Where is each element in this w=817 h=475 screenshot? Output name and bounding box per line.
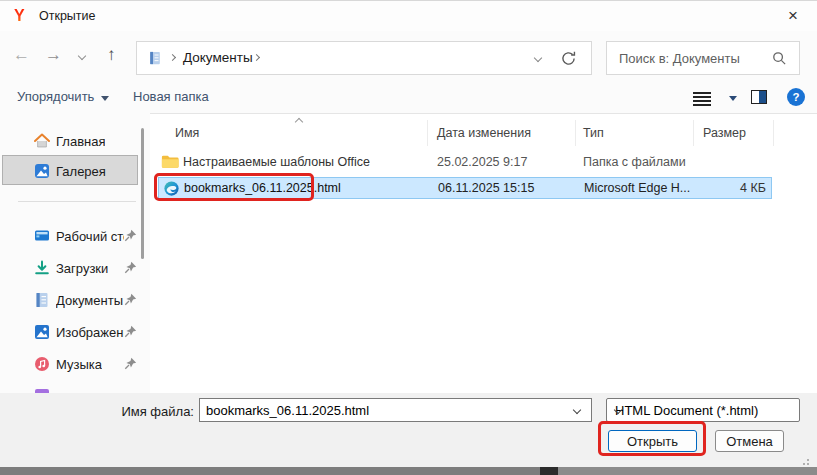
column-divider[interactable]	[575, 120, 576, 146]
annotation-box-open-button	[598, 421, 706, 456]
forward-button[interactable]: →	[45, 45, 62, 65]
file-row-folder[interactable]: Настраиваемые шаблоны Office 25.02.2025 …	[158, 152, 772, 174]
pin-icon	[124, 357, 137, 370]
dialog-body: Главная Галерея Рабочий сто	[0, 113, 817, 393]
sort-ascending-icon	[295, 118, 303, 126]
background-strip	[0, 467, 817, 475]
breadcrumb-separator-icon[interactable]	[253, 54, 260, 61]
documents-icon	[148, 50, 162, 66]
column-header-size[interactable]: Размер	[703, 126, 746, 140]
resize-grip[interactable]	[797, 455, 809, 465]
filename-label: Имя файла:	[100, 404, 194, 419]
sidebar-scrollbar[interactable]	[141, 128, 144, 259]
recent-locations-chevron[interactable]	[78, 52, 86, 60]
open-file-dialog: Y Открытие × ← → ↑ Документы	[0, 0, 817, 475]
column-divider[interactable]	[427, 120, 428, 146]
annotation-box-file	[154, 173, 314, 201]
sidebar-divider	[18, 201, 136, 202]
file-list: Имя Дата изменения Тип Размер Настраивае…	[150, 113, 817, 393]
file-size: 4 КБ	[740, 181, 766, 195]
address-breadcrumb-bar[interactable]: Документы	[136, 41, 592, 75]
pin-icon	[124, 293, 137, 306]
back-button[interactable]: ←	[13, 45, 30, 65]
close-icon[interactable]: ×	[779, 4, 807, 28]
pin-icon	[124, 325, 137, 338]
sidebar-item-downloads[interactable]: Загрузки	[0, 254, 140, 282]
download-icon	[34, 260, 50, 276]
filename-input[interactable]	[206, 400, 566, 420]
sidebar-item-desktop[interactable]: Рабочий сто	[0, 222, 140, 250]
filename-dropdown-chevron[interactable]	[573, 406, 581, 414]
dialog-toolbar: Упорядочить Новая папка ?	[0, 83, 817, 115]
pin-icon	[124, 229, 137, 242]
sidebar-item-documents[interactable]: Документы	[0, 286, 140, 314]
column-divider[interactable]	[693, 120, 694, 146]
breadcrumb-documents[interactable]: Документы	[183, 50, 253, 65]
window-title: Открытие	[39, 9, 96, 23]
search-icon[interactable]	[772, 51, 787, 66]
title-bar: Y Открытие ×	[0, 1, 817, 31]
column-header-type[interactable]: Тип	[583, 126, 604, 140]
organize-button[interactable]: Упорядочить	[17, 89, 109, 104]
new-folder-button[interactable]: Новая папка	[133, 89, 209, 104]
sidebar-item-home[interactable]: Главная	[0, 127, 140, 155]
refresh-icon[interactable]	[560, 50, 577, 67]
cancel-button[interactable]: Отмена	[715, 430, 784, 452]
column-divider[interactable]	[773, 120, 774, 146]
up-button[interactable]: ↑	[107, 45, 116, 65]
pictures-icon	[34, 324, 50, 340]
desktop-icon	[34, 228, 50, 244]
search-box[interactable]	[606, 41, 800, 75]
search-input[interactable]	[619, 43, 767, 73]
file-name: Настраиваемые шаблоны Office	[183, 155, 370, 169]
yandex-browser-icon: Y	[14, 7, 31, 24]
preview-pane-icon[interactable]	[751, 90, 767, 104]
pin-icon	[124, 261, 137, 274]
sidebar-item-gallery[interactable]: Галерея	[0, 157, 140, 185]
column-header-date[interactable]: Дата изменения	[437, 126, 531, 140]
sidebar-item-music[interactable]: Музыка	[0, 350, 140, 378]
file-type: Microsoft Edge H...	[584, 181, 690, 195]
sidebar-item-pictures[interactable]: Изображени	[0, 318, 140, 346]
sidebar-item-videos[interactable]	[0, 382, 140, 393]
home-icon	[34, 133, 50, 149]
file-date: 06.11.2025 15:15	[438, 181, 534, 195]
gallery-icon	[34, 163, 50, 179]
music-icon	[34, 356, 50, 372]
folder-icon	[161, 154, 179, 169]
chevron-down-icon	[101, 96, 109, 101]
list-view-icon[interactable]	[693, 92, 711, 94]
help-icon[interactable]: ?	[787, 88, 805, 106]
file-date: 25.02.2025 9:17	[437, 155, 527, 169]
column-header-name[interactable]: Имя	[175, 126, 199, 140]
address-dropdown-chevron[interactable]	[534, 54, 542, 62]
filetype-select[interactable]: HTML Document (*.html)	[606, 398, 800, 422]
file-type: Папка с файлами	[583, 155, 686, 169]
navigation-bar: ← → ↑ Документы	[0, 31, 817, 83]
sidebar: Главная Галерея Рабочий сто	[0, 113, 148, 393]
filetype-value: HTML Document (*.html)	[615, 403, 758, 418]
filename-combobox[interactable]	[199, 398, 592, 422]
documents-icon	[34, 292, 50, 308]
view-options-chevron[interactable]	[729, 96, 737, 101]
breadcrumb-separator-icon[interactable]	[169, 54, 176, 61]
